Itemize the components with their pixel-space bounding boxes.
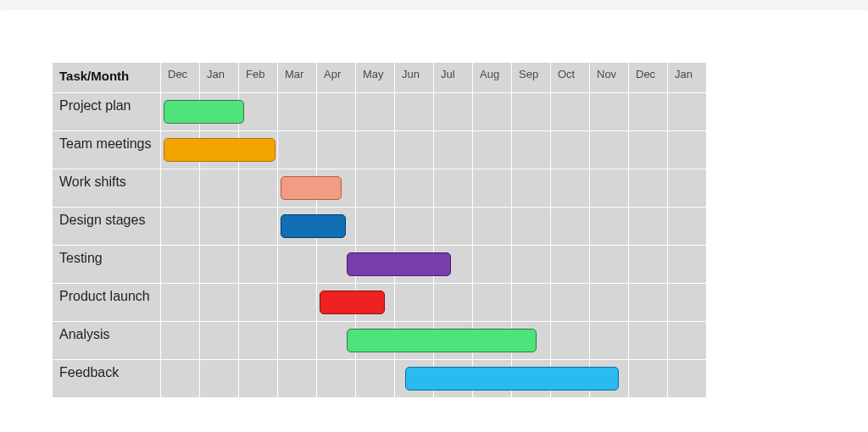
gantt-cell [629, 360, 668, 398]
gantt-chart: Task/Month DecJanFebMarAprMayJunJulAugSe… [53, 63, 707, 398]
gantt-cell [317, 246, 356, 284]
gantt-cell [161, 246, 200, 284]
gantt-cell [317, 360, 356, 398]
task-label: Project plan [53, 93, 161, 131]
gantt-cell [668, 93, 707, 131]
month-header: Jan [668, 63, 707, 93]
task-label: Team meetings [53, 131, 161, 169]
gantt-cell [356, 208, 395, 246]
gantt-cell [629, 169, 668, 208]
gantt-cell [161, 322, 200, 360]
gantt-cell [512, 284, 551, 322]
gantt-cell [200, 169, 239, 208]
gantt-cell [473, 131, 512, 169]
gantt-cell [278, 208, 317, 246]
gantt-cell [668, 131, 707, 169]
gantt-cell [590, 246, 629, 284]
gantt-cell [629, 131, 668, 169]
gantt-cell [590, 360, 629, 398]
gantt-cell [356, 284, 395, 322]
gantt-cell [551, 284, 590, 322]
gantt-cell [317, 284, 356, 322]
gantt-cell [161, 208, 200, 246]
gantt-cell [590, 131, 629, 169]
gantt-cell [395, 169, 434, 208]
gantt-cell [356, 246, 395, 284]
gantt-cell [668, 360, 707, 398]
gantt-cell [317, 208, 356, 246]
gantt-cell [668, 246, 707, 284]
task-label: Work shifts [53, 169, 161, 208]
gantt-cell [473, 360, 512, 398]
gantt-cell [161, 131, 200, 169]
gantt-cell [551, 93, 590, 131]
gantt-cell [473, 246, 512, 284]
gantt-cell [200, 284, 239, 322]
gantt-cell [512, 360, 551, 398]
month-header: Apr [317, 63, 356, 93]
gantt-cell [395, 131, 434, 169]
task-label: Feedback [53, 360, 161, 398]
gantt-cell [512, 322, 551, 360]
gantt-cell [200, 208, 239, 246]
month-header: Feb [239, 63, 278, 93]
gantt-cell [629, 322, 668, 360]
gantt-cell [668, 208, 707, 246]
gantt-cell [473, 169, 512, 208]
gantt-cell [317, 131, 356, 169]
gantt-cell [512, 246, 551, 284]
task-label: Design stages [53, 208, 161, 246]
gantt-cell [161, 169, 200, 208]
task-label: Product launch [53, 284, 161, 322]
gantt-cell [590, 284, 629, 322]
gantt-cell [395, 93, 434, 131]
gantt-cell [356, 322, 395, 360]
gantt-cell [161, 284, 200, 322]
gantt-cell [278, 322, 317, 360]
month-header: Jan [200, 63, 239, 93]
gantt-cell [551, 169, 590, 208]
task-label: Analysis [53, 322, 161, 360]
gantt-cell [395, 284, 434, 322]
gantt-cell [434, 131, 473, 169]
gantt-cell [590, 93, 629, 131]
gantt-cell [356, 131, 395, 169]
gantt-cell [200, 246, 239, 284]
gantt-cell [395, 360, 434, 398]
gantt-cell [668, 322, 707, 360]
gantt-cell [473, 93, 512, 131]
gantt-cell [317, 169, 356, 208]
month-header: Dec [629, 63, 668, 93]
gantt-cell [200, 93, 239, 131]
gantt-cell [473, 208, 512, 246]
gantt-cell [551, 208, 590, 246]
gantt-cell [551, 322, 590, 360]
gantt-cell [278, 131, 317, 169]
month-header: May [356, 63, 395, 93]
gantt-cell [512, 93, 551, 131]
month-header: Aug [473, 63, 512, 93]
gantt-cell [551, 131, 590, 169]
gantt-cell [317, 93, 356, 131]
month-header: Dec [161, 63, 200, 93]
gantt-cell [434, 322, 473, 360]
gantt-cell [395, 322, 434, 360]
gantt-cell [278, 93, 317, 131]
gantt-cell [473, 322, 512, 360]
gantt-cell [434, 360, 473, 398]
gantt-cell [590, 169, 629, 208]
month-header: Nov [590, 63, 629, 93]
gantt-corner-label: Task/Month [53, 63, 161, 93]
gantt-cell [551, 246, 590, 284]
month-header: Jul [434, 63, 473, 93]
gantt-cell [278, 169, 317, 208]
gantt-cell [239, 169, 278, 208]
gantt-cell [356, 93, 395, 131]
gantt-cell [629, 208, 668, 246]
gantt-cell [434, 169, 473, 208]
gantt-cell [356, 360, 395, 398]
gantt-cell [239, 284, 278, 322]
gantt-cell [161, 93, 200, 131]
gantt-cell [512, 131, 551, 169]
gantt-cell [200, 131, 239, 169]
